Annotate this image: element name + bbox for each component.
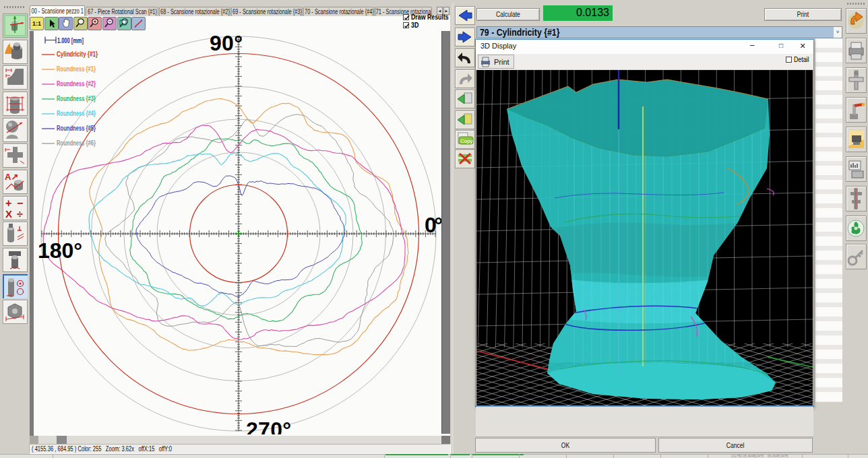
svg-text:−: − — [17, 197, 23, 209]
svg-text:Roundness {#3}: Roundness {#3} — [57, 94, 96, 102]
svg-text:1.000 [mm]: 1.000 [mm] — [57, 36, 84, 44]
svg-text:90°: 90° — [210, 31, 243, 55]
svg-text:÷: ÷ — [17, 208, 23, 220]
svg-text:270°: 270° — [246, 418, 291, 434]
svg-text:0°: 0° — [425, 213, 441, 237]
svg-text:Roundness {#4}: Roundness {#4} — [57, 109, 96, 117]
svg-text:Roundness {#1}: Roundness {#1} — [57, 65, 96, 73]
svg-text:Roundness {#6}: Roundness {#6} — [57, 139, 96, 147]
svg-text:Roundness {#2}: Roundness {#2} — [57, 79, 96, 88]
svg-text:Cylindricity {#1}: Cylindricity {#1} — [57, 50, 98, 58]
svg-text:+: + — [5, 197, 11, 209]
svg-text:X: X — [5, 208, 12, 220]
svg-text:Roundness {#5}: Roundness {#5} — [57, 124, 96, 132]
svg-text:180°: 180° — [38, 238, 82, 263]
svg-text:Copy: Copy — [460, 138, 473, 144]
